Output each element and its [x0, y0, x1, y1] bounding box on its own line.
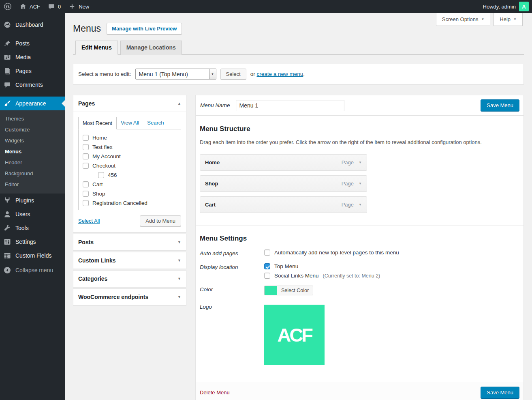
page-title: Menus: [73, 22, 101, 34]
location-social-links-option[interactable]: Social Links Menu (Currently set to: Men…: [264, 273, 519, 279]
save-menu-button-top[interactable]: Save Menu: [481, 99, 519, 111]
sidebar-item-appearance[interactable]: Appearance: [0, 97, 65, 110]
sidebar-item-tools[interactable]: Tools: [0, 221, 65, 235]
page-check-item[interactable]: Registration Cancelled: [82, 198, 177, 208]
admin-bar-right[interactable]: Howdy, admin A: [483, 2, 532, 11]
submenu-item-header[interactable]: Header: [0, 157, 65, 168]
page-check-item[interactable]: Test flex: [82, 142, 177, 152]
chevron-down-icon[interactable]: ▼: [177, 240, 181, 244]
menu-structure-item[interactable]: Cart Page ▼: [200, 196, 367, 213]
menu-item-label: Home: [205, 159, 220, 166]
color-swatch: [265, 286, 277, 295]
manage-live-preview-button[interactable]: Manage with Live Preview: [107, 23, 182, 34]
wordpress-logo-icon: [4, 2, 12, 11]
sidebar-item-plugins[interactable]: Plugins: [0, 194, 65, 207]
pages-box-header[interactable]: Pages ▲: [73, 95, 186, 112]
page-check-item[interactable]: Checkout: [82, 161, 177, 170]
page-check-item[interactable]: 456: [82, 170, 177, 180]
page-check-label: Test flex: [92, 144, 113, 151]
page-check-item[interactable]: My Account: [82, 152, 177, 161]
select-button[interactable]: Select: [220, 69, 246, 80]
location-top-menu-option[interactable]: Top Menu: [264, 263, 519, 269]
tab-view-all[interactable]: View All: [117, 117, 143, 129]
chevron-down-icon[interactable]: ▼: [177, 277, 181, 281]
add-to-menu-button[interactable]: Add to Menu: [140, 215, 181, 226]
sidebar-item-media[interactable]: Media: [0, 50, 65, 64]
checkbox[interactable]: [83, 181, 89, 187]
sidebar-item-comments[interactable]: Comments: [0, 78, 65, 92]
woocommerce-endpoints-box-header[interactable]: WooCommerce endpoints ▼: [73, 289, 186, 305]
submenu-item-widgets[interactable]: Widgets: [0, 135, 65, 146]
tab-most-recent[interactable]: Most Recent: [78, 117, 117, 129]
submenu-item-editor[interactable]: Editor: [0, 179, 65, 190]
pages-checklist: Home Test flex My Account: [78, 129, 181, 210]
checkbox[interactable]: [83, 144, 89, 150]
chevron-up-icon[interactable]: ▲: [177, 101, 181, 105]
delete-menu-link[interactable]: Delete Menu: [200, 389, 230, 396]
sidebar-item-dashboard[interactable]: Dashboard: [0, 18, 65, 32]
logo-image[interactable]: ACF: [264, 305, 325, 365]
checkbox[interactable]: [264, 273, 270, 279]
sidebar-item-custom-fields[interactable]: Custom Fields: [0, 249, 65, 262]
checkbox[interactable]: [83, 191, 89, 197]
page-check-item[interactable]: Cart: [82, 180, 177, 189]
sidebar-item-users[interactable]: Users: [0, 207, 65, 221]
submenu-item-menus[interactable]: Menus: [0, 146, 65, 157]
comments-icon: [3, 81, 11, 89]
or-text: or create a new menu.: [250, 71, 305, 77]
submenu-item-customize[interactable]: Customize: [0, 124, 65, 135]
pages-icon: [3, 67, 11, 75]
page-check-item[interactable]: Shop: [82, 189, 177, 198]
submenu-item-themes[interactable]: Themes: [0, 113, 65, 124]
sliders-icon: [3, 238, 11, 246]
comments-menu[interactable]: 0: [44, 0, 64, 13]
chevron-down-icon[interactable]: ▼: [177, 258, 181, 262]
menu-structure-item[interactable]: Home Page ▼: [200, 154, 367, 171]
select-color-label: Select Color: [277, 286, 313, 295]
tab-manage-locations[interactable]: Manage Locations: [120, 41, 182, 55]
select-color-button[interactable]: Select Color: [264, 286, 313, 295]
posts-box-header[interactable]: Posts ▼: [73, 234, 186, 250]
select-all-link[interactable]: Select All: [78, 218, 100, 224]
sidebar-item-posts[interactable]: Posts: [0, 37, 65, 50]
menu-structure-item[interactable]: Shop Page ▼: [200, 175, 367, 192]
sidebar-item-label: Media: [15, 53, 31, 61]
checkbox[interactable]: [83, 200, 89, 206]
create-new-menu-link[interactable]: create a new menu: [257, 71, 303, 77]
page-check-item[interactable]: Home: [82, 133, 177, 142]
checkbox[interactable]: [264, 249, 270, 256]
sidebar-item-label: Dashboard: [15, 21, 43, 29]
help-button[interactable]: Help ▼: [494, 13, 523, 26]
categories-box-header[interactable]: Categories ▼: [73, 271, 186, 287]
submenu-label: Customize: [5, 127, 30, 133]
sidebar-item-label: Plugins: [15, 196, 34, 204]
wordpress-logo-menu[interactable]: [0, 0, 15, 13]
sidebar-item-pages[interactable]: Pages: [0, 64, 65, 78]
menu-name-label: Menu Name: [200, 102, 230, 108]
new-content-menu[interactable]: New: [64, 0, 93, 13]
site-name-menu[interactable]: ACF: [15, 0, 44, 13]
chevron-down-icon[interactable]: ▼: [359, 161, 362, 164]
checkbox[interactable]: [83, 153, 89, 159]
select-menu-label: Select a menu to edit:: [78, 71, 131, 77]
sidebar-item-settings[interactable]: Settings: [0, 235, 65, 249]
chevron-down-icon[interactable]: ▼: [359, 203, 362, 206]
submenu-item-background[interactable]: Background: [0, 168, 65, 179]
auto-add-pages-option[interactable]: Automatically add new top-level pages to…: [264, 249, 519, 256]
checkbox[interactable]: [83, 135, 89, 141]
menu-select-dropdown[interactable]: Menu 1 (Top Menu) ▼: [135, 69, 216, 80]
chevron-down-icon[interactable]: ▼: [177, 295, 181, 299]
tab-edit-menus[interactable]: Edit Menus: [75, 41, 118, 55]
tab-search[interactable]: Search: [143, 117, 168, 129]
custom-links-box-header[interactable]: Custom Links ▼: [73, 252, 186, 269]
avatar: A: [519, 2, 529, 11]
screen-options-button[interactable]: Screen Options ▼: [436, 13, 491, 26]
checkbox[interactable]: [83, 163, 89, 169]
menu-name-input[interactable]: [236, 100, 344, 111]
chevron-down-icon[interactable]: ▼: [359, 182, 362, 185]
chevron-down-icon: ▼: [209, 69, 216, 79]
save-menu-button-bottom[interactable]: Save Menu: [481, 387, 519, 398]
checkbox[interactable]: [98, 172, 104, 178]
checkbox-checked[interactable]: [264, 263, 270, 269]
sidebar-item-collapse-menu[interactable]: Collapse menu: [0, 263, 65, 277]
